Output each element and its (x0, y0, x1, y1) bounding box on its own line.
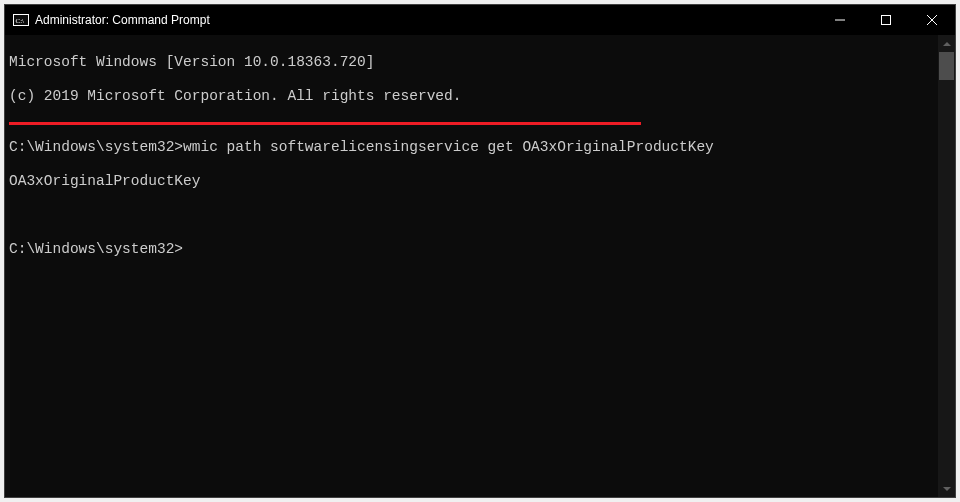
highlight-underline (9, 122, 641, 125)
cmd-icon: C:\ (13, 12, 29, 28)
close-button[interactable] (909, 5, 955, 35)
minimize-button[interactable] (817, 5, 863, 35)
command-text: wmic path softwarelicensingservice get O… (183, 139, 714, 155)
scroll-up-button[interactable] (938, 35, 955, 52)
scrollbar-thumb[interactable] (939, 52, 954, 80)
copyright-line: (c) 2019 Microsoft Corporation. All righ… (9, 88, 933, 105)
vertical-scrollbar[interactable] (938, 35, 955, 497)
prompt-path: C:\Windows\system32> (9, 241, 183, 258)
terminal-area[interactable]: Microsoft Windows [Version 10.0.18363.72… (5, 35, 955, 497)
svg-rect-2 (882, 16, 891, 25)
titlebar[interactable]: C:\ Administrator: Command Prompt (5, 5, 955, 35)
svg-text:C:\: C:\ (16, 17, 25, 25)
command-line-2[interactable]: C:\Windows\system32> (9, 241, 933, 258)
window-controls (817, 5, 955, 35)
output-header: OA3xOriginalProductKey (9, 173, 933, 190)
maximize-button[interactable] (863, 5, 909, 35)
terminal-output: Microsoft Windows [Version 10.0.18363.72… (5, 35, 937, 497)
command-prompt-window: C:\ Administrator: Command Prompt Micros… (4, 4, 956, 498)
prompt-path: C:\Windows\system32> (9, 139, 183, 155)
command-line-1: C:\Windows\system32>wmic path softwareli… (9, 139, 933, 156)
scroll-down-button[interactable] (938, 480, 955, 497)
version-line: Microsoft Windows [Version 10.0.18363.72… (9, 54, 933, 71)
window-title: Administrator: Command Prompt (35, 13, 210, 27)
